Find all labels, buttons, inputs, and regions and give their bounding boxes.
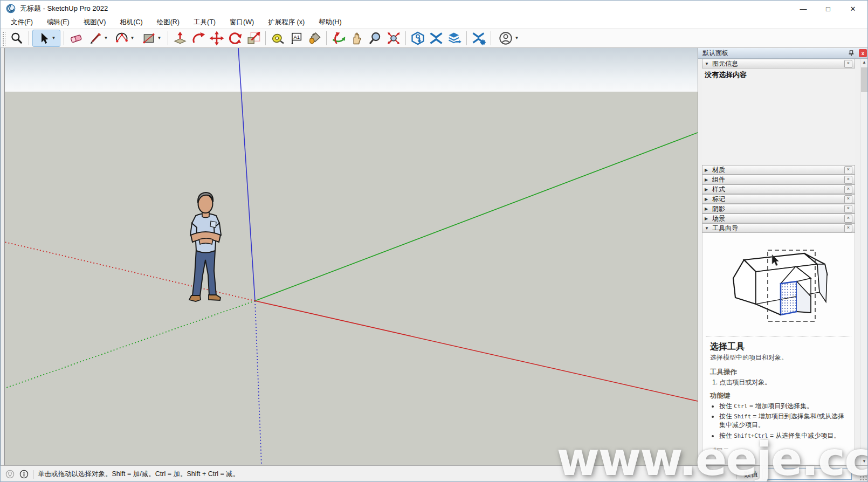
section-styles[interactable]: ▶ 样式 × xyxy=(702,184,855,194)
share-model-button[interactable] xyxy=(446,30,463,46)
info-icon[interactable] xyxy=(19,470,29,479)
warehouse-3d-icon xyxy=(410,31,426,46)
text-label-icon: A1 xyxy=(288,31,304,46)
section-close-icon[interactable]: × xyxy=(844,60,852,68)
resize-grip[interactable] xyxy=(859,473,867,480)
default-panel-header[interactable]: 默认面板 x xyxy=(698,48,868,59)
close-button[interactable]: ✕ xyxy=(841,1,865,17)
menu-edit[interactable]: 编辑(E) xyxy=(42,17,74,28)
follow-me-button[interactable] xyxy=(190,30,207,46)
tape-measure-button[interactable] xyxy=(269,30,286,46)
statusbar-separator xyxy=(33,470,33,479)
chevron-down-icon[interactable]: ▼ xyxy=(130,36,135,40)
section-scenes[interactable]: ▶ 场景 × xyxy=(702,214,855,223)
rotate-button[interactable] xyxy=(226,30,244,46)
modifier-item: 按住 Shift+Ctrl = 从选择集中减少项目。 xyxy=(719,431,848,440)
zoom-extents-button[interactable] xyxy=(385,30,402,46)
model-viewport[interactable] xyxy=(5,48,698,465)
menu-help[interactable]: 帮助(H) xyxy=(314,17,346,28)
instructor-modifier-title: 功能键 xyxy=(710,391,848,401)
arc-tool-button[interactable]: ▼ xyxy=(112,30,137,46)
section-tags[interactable]: ▶ 标记 × xyxy=(702,194,855,204)
pin-icon[interactable] xyxy=(847,49,856,58)
section-components[interactable]: ▶ 组件 × xyxy=(702,175,855,184)
line-tool-button[interactable]: ▼ xyxy=(86,30,111,46)
section-close-icon[interactable]: × xyxy=(844,224,852,232)
menu-file[interactable]: 文件(F) xyxy=(6,17,38,28)
section-close-icon[interactable]: × xyxy=(844,185,852,194)
toolbar-separator xyxy=(64,31,64,45)
select-tool-button[interactable]: ▼ xyxy=(32,30,60,47)
menu-window[interactable]: 窗口(W) xyxy=(225,17,259,28)
chevron-right-icon: ▶ xyxy=(705,187,712,192)
move-icon xyxy=(209,31,224,46)
account-button[interactable]: ▼ xyxy=(494,30,522,46)
scroll-down-icon[interactable]: ▼ xyxy=(860,458,868,465)
chevron-right-icon: ▶ xyxy=(705,168,712,173)
push-pull-button[interactable] xyxy=(171,30,189,46)
measurements-input[interactable] xyxy=(762,469,852,480)
toolbar-separator xyxy=(265,31,266,45)
warehouse-3d-button[interactable] xyxy=(409,30,426,46)
pan-button[interactable] xyxy=(348,30,366,46)
menu-tools[interactable]: 工具(T) xyxy=(189,17,221,28)
section-close-icon[interactable]: × xyxy=(844,205,852,213)
move-button[interactable] xyxy=(208,30,225,46)
modifier-item: 按住 Shift = 增加项目到选择集和/或从选择集中减少项目。 xyxy=(719,412,848,429)
chevron-down-icon[interactable]: ▼ xyxy=(52,36,56,40)
toolbar-separator xyxy=(405,31,406,45)
scale-button[interactable] xyxy=(245,30,262,46)
section-label: 材质 xyxy=(712,166,844,175)
account-icon xyxy=(498,31,513,46)
section-close-icon[interactable]: × xyxy=(844,195,852,203)
section-shadows[interactable]: ▶ 阴影 × xyxy=(702,204,855,214)
minimize-button[interactable]: — xyxy=(791,1,816,17)
shapes-tool-button[interactable]: ▼ xyxy=(139,30,164,46)
scroll-up-icon[interactable]: ▲ xyxy=(860,59,868,66)
zoom-window-button[interactable] xyxy=(8,30,25,46)
chevron-down-icon[interactable]: ▼ xyxy=(515,36,519,40)
svg-text:A1: A1 xyxy=(294,34,300,39)
zoom-tool-button[interactable] xyxy=(367,30,384,46)
toolbar-separator xyxy=(29,31,29,45)
section-close-icon[interactable]: × xyxy=(844,176,852,184)
menu-camera[interactable]: 相机(C) xyxy=(115,17,147,28)
chevron-down-icon[interactable]: ▼ xyxy=(157,36,162,40)
panel-scrollbar[interactable]: ▲ ▼ xyxy=(860,59,868,465)
scrollbar-thumb[interactable] xyxy=(861,67,867,92)
toolbar-grip[interactable] xyxy=(2,31,5,46)
drawing-axes xyxy=(5,48,698,465)
menu-draw[interactable]: 绘图(R) xyxy=(152,17,184,28)
panel-close-button[interactable]: x xyxy=(859,49,867,57)
paint-bucket-button[interactable] xyxy=(306,30,323,46)
paint-bucket-icon xyxy=(307,31,322,46)
instructor-house-illustration xyxy=(725,243,832,329)
title-bar: 无标题 - SketchUp Pro 2022 — □ ✕ xyxy=(1,1,867,17)
zoom-magnifier-icon xyxy=(368,31,383,46)
menu-bar: 文件(F) 编辑(E) 视图(V) 相机(C) 绘图(R) 工具(T) 窗口(W… xyxy=(1,17,867,29)
instructor-content: 选择工具 选择模型中的项目和对象。 工具操作 1. 点击项目或对象。 功能键 按… xyxy=(702,233,855,465)
menu-extensions[interactable]: 扩展程序 (x) xyxy=(263,17,309,28)
text-tool-button[interactable]: A1 xyxy=(287,30,305,46)
share-layers-icon xyxy=(446,31,463,46)
section-instructor[interactable]: ▼ 工具向导 × xyxy=(702,223,855,233)
default-panel: 默认面板 x ▼ 图元信息 × 没有选择内容 ▶ 材质 × ▶ xyxy=(698,48,868,465)
status-hint-text: 单击或拖动以选择对象。Shift = 加/减。Ctrl = 加。Shift + … xyxy=(38,470,239,479)
section-materials[interactable]: ▶ 材质 × xyxy=(702,165,855,175)
menu-view[interactable]: 视图(V) xyxy=(79,17,111,28)
instructor-operation-title: 工具操作 xyxy=(710,368,848,377)
extension-warehouse-button[interactable] xyxy=(428,30,445,46)
eraser-button[interactable] xyxy=(67,30,85,46)
section-close-icon[interactable]: × xyxy=(844,215,852,223)
orbit-button[interactable] xyxy=(330,30,347,46)
instructor-modifier-list: 按住 Ctrl = 增加项目到选择集。 按住 Shift = 增加项目到选择集和… xyxy=(710,402,848,440)
geolocation-icon[interactable] xyxy=(5,470,15,479)
instructor-description: 选择模型中的项目和对象。 xyxy=(710,353,848,362)
maximize-button[interactable]: □ xyxy=(816,1,841,17)
instructor-heading: 选择工具 xyxy=(710,341,848,353)
extension-manager-button[interactable] xyxy=(470,30,487,46)
pencil-icon xyxy=(88,31,102,45)
section-close-icon[interactable]: × xyxy=(844,166,852,174)
section-entity-info[interactable]: ▼ 图元信息 × xyxy=(702,59,855,68)
chevron-down-icon[interactable]: ▼ xyxy=(104,36,108,40)
